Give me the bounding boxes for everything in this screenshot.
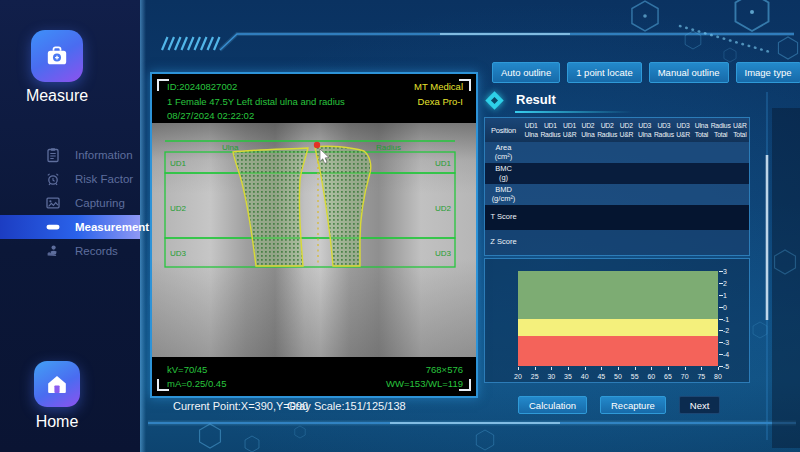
row-label: BMC(g) [485,163,522,184]
table-cell [711,205,730,230]
ulna-roi-outline[interactable] [233,148,308,266]
sidebar-item-risk-factor[interactable]: Risk Factor [0,167,140,191]
table-row-t-score: T Score [485,205,749,230]
locate-point-marker[interactable] [314,142,320,148]
y-tick-label: -4 [723,351,739,358]
row-label: T Score [485,211,522,224]
y-tick-label: 3 [723,268,739,275]
result-table: PositionUD1UlnaUD1RadiusUD1U&RUD2UlnaUD2… [484,117,750,256]
ma-readout: mA=0.25/0.45 [167,377,226,391]
result-title: Result [516,92,556,107]
table-row-bmc: BMC(g) [485,163,749,184]
table-cell [598,163,617,184]
column-header: UD1Ulna [522,118,540,142]
column-header: UlnaTotal [692,118,710,142]
row-label: Z Score [485,236,522,249]
table-cell [617,205,636,230]
table-cell [541,205,560,230]
table-cell [730,142,749,163]
table-cell [617,142,636,163]
sidebar-item-measurement[interactable]: Measurement [0,215,140,239]
table-cell [730,163,749,184]
y-tick-label: 0 [723,303,739,310]
x-tick-label: 40 [581,373,589,380]
position-header: Position [485,123,522,138]
table-cell [635,184,654,205]
column-header: UD1Radius [540,118,560,142]
table-cell [692,163,711,184]
next-button[interactable]: Next [679,396,721,414]
table-cell [560,205,579,230]
y-tick-label: -1 [723,315,739,322]
table-cell [730,230,749,255]
1-point-locate-button[interactable]: 1 point locate [567,62,642,83]
x-tick-mark [685,367,686,370]
x-tick-mark [651,367,652,370]
x-tick-label: 60 [647,373,655,380]
table-cell [541,230,560,255]
table-cell [579,230,598,255]
x-tick-mark [601,367,602,370]
table-cell [635,230,654,255]
table-cell [541,184,560,205]
radius-roi-outline[interactable] [315,146,371,266]
home-button[interactable]: Home [0,361,114,431]
ruler-icon [45,219,61,235]
table-cell [711,184,730,205]
sidebar-item-label: Capturing [75,197,125,209]
table-cell [730,205,749,230]
tscore-chart-panel: 3210-1-2-3-4-520253035404550556065707580 [484,258,750,383]
table-cell [673,184,692,205]
column-header: UD2U&R [617,118,635,142]
table-cell [579,205,598,230]
table-cell [711,142,730,163]
xray-image-panel[interactable]: Ulna Radius UD1 UD1 UD2 UD2 UD3 UD3 [150,72,478,398]
recapture-button[interactable]: Recapture [600,396,666,414]
table-cell [654,205,673,230]
y-tick-label: -2 [723,327,739,334]
calculation-button[interactable]: Calculation [518,396,587,414]
table-cell [692,230,711,255]
x-tick-mark [568,367,569,370]
home-label: Home [0,413,114,431]
x-tick-mark [585,367,586,370]
x-tick-mark [668,367,669,370]
row-label: BMD(g/cm²) [485,184,522,205]
x-tick-label: 20 [514,373,522,380]
sidebar-item-records[interactable]: Records [0,239,140,263]
x-tick-label: 65 [664,373,672,380]
table-cell [692,184,711,205]
table-row-bmd: BMD(g/cm²) [485,184,749,205]
corner-bracket [459,379,471,391]
column-header: RadiusTotal [711,118,731,142]
table-cell [617,184,636,205]
auto-outline-button[interactable]: Auto outline [492,62,560,83]
column-header: UD3Radius [654,118,674,142]
corner-bracket [459,79,471,91]
records-icon [45,243,61,259]
table-cell [560,184,579,205]
image-info-overlay: 768×576 WW=153/WL=119 [386,363,463,390]
chart-band-osteoporosis [518,336,718,366]
y-tick-label: -3 [723,339,739,346]
home-icon [34,361,80,407]
table-cell [654,184,673,205]
chart-band-normal [518,271,718,319]
x-tick-mark [701,367,702,370]
x-tick-label: 30 [547,373,555,380]
roi-region-grid [165,152,455,267]
image-type-button[interactable]: Image type [736,62,800,83]
main-area: Ulna Radius UD1 UD1 UD2 UD2 UD3 UD3 [140,0,800,452]
sidebar-item-capturing[interactable]: Capturing [0,191,140,215]
table-cell [560,163,579,184]
ud3-left-label: UD3 [170,249,187,258]
ud1-left-label: UD1 [170,159,187,168]
sidebar-item-information[interactable]: Information [0,143,140,167]
capture-datetime: 08/27/2024 02:22:02 [167,109,345,124]
table-cell [673,230,692,255]
result-header: Result [485,91,685,113]
table-cell [692,205,711,230]
x-tick-label: 55 [631,373,639,380]
manual-outline-button[interactable]: Manual outline [649,62,729,83]
table-cell [635,205,654,230]
